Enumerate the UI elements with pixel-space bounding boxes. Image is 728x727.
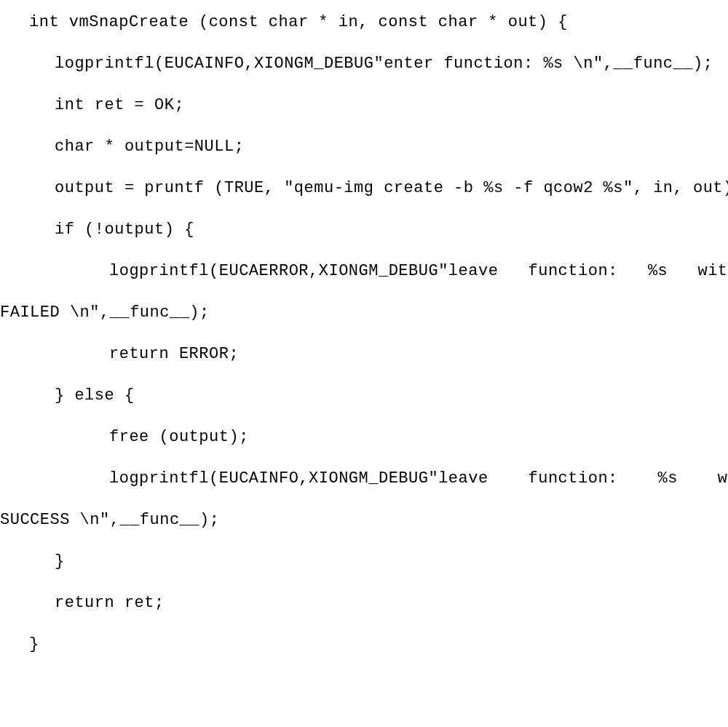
code-line: if (!output) { — [0, 222, 728, 238]
code-line: return ERROR; — [0, 346, 728, 362]
code-line-wrap: FAILED \n",__func__); — [0, 305, 728, 321]
code-line: output = pruntf (TRUE, "qemu-img create … — [0, 180, 728, 196]
code-line: logprintfl(EUCAINFO,XIONGM_DEBUG"leave f… — [0, 471, 728, 487]
code-line: char * output=NULL; — [0, 139, 728, 155]
code-line: } else { — [0, 388, 728, 404]
code-line: free (output); — [0, 429, 728, 445]
code-block: int vmSnapCreate (const char * in, const… — [0, 0, 728, 653]
code-line-wrap: SUCCESS \n",__func__); — [0, 512, 728, 528]
code-line: logprintfl(EUCAINFO,XIONGM_DEBUG"enter f… — [0, 56, 728, 72]
code-line: return ret; — [0, 595, 728, 611]
code-line: int ret = OK; — [0, 98, 728, 114]
code-line: } — [0, 554, 728, 570]
code-line: int vmSnapCreate (const char * in, const… — [0, 15, 728, 31]
code-line: logprintfl(EUCAERROR,XIONGM_DEBUG"leave … — [0, 263, 728, 279]
code-line: } — [0, 637, 728, 653]
